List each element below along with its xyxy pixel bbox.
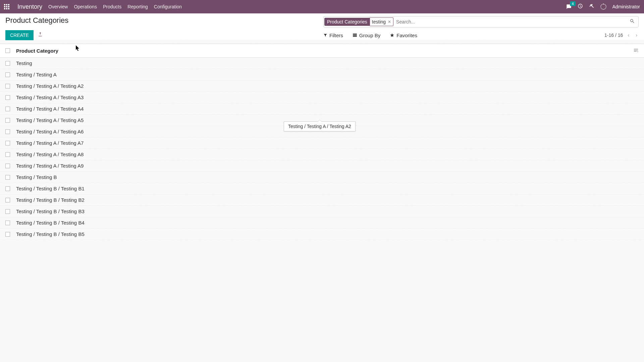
tooltip-text: Testing / Testing A / Testing A2 (288, 124, 351, 129)
list-settings-icon[interactable] (633, 47, 639, 54)
table-row[interactable]: Testing / Testing A / Testing A4 (0, 103, 644, 115)
table-row[interactable]: Testing / Testing B / Testing B4 (0, 217, 644, 229)
table-row[interactable]: Testing / Testing B (0, 172, 644, 183)
table-row[interactable]: Testing (0, 58, 644, 69)
row-checkbox[interactable] (5, 198, 10, 202)
row-label: Testing / Testing B / Testing B2 (16, 197, 85, 203)
filters-button[interactable]: Filters (323, 32, 343, 38)
row-label: Testing / Testing A (16, 72, 57, 77)
row-label: Testing / Testing A / Testing A7 (16, 140, 84, 146)
table-row[interactable]: Testing / Testing A / Testing A2 (0, 80, 644, 92)
pager-next-icon[interactable]: › (634, 32, 639, 38)
row-checkbox[interactable] (5, 118, 10, 123)
list-body: TestingTesting / Testing ATesting / Test… (0, 58, 644, 240)
table-row[interactable]: Testing / Testing B / Testing B3 (0, 206, 644, 217)
row-checkbox[interactable] (5, 107, 10, 111)
tooltip: Testing / Testing A / Testing A2 (284, 121, 356, 131)
search-input[interactable] (393, 18, 626, 26)
filters-label: Filters (329, 33, 343, 38)
nav-overview[interactable]: Overview (48, 4, 68, 9)
cp-top: Product Categories Product Categories te… (5, 16, 639, 27)
favorites-label: Favorites (396, 33, 417, 38)
navbar-right: 4 Administrator (566, 3, 640, 10)
brand[interactable]: Inventory (17, 3, 42, 10)
row-label: Testing / Testing A / Testing A6 (16, 129, 84, 134)
favorites-button[interactable]: Favorites (390, 32, 417, 38)
row-checkbox[interactable] (5, 232, 10, 237)
row-checkbox[interactable] (5, 95, 10, 100)
table-row[interactable]: Testing / Testing A / Testing A7 (0, 137, 644, 149)
row-checkbox[interactable] (5, 141, 10, 145)
message-badge: 4 (570, 1, 575, 6)
table-row[interactable]: Testing / Testing A (0, 69, 644, 80)
pager: 1-16 / 16 ‹ › (604, 32, 639, 38)
search-value-text: testing (372, 19, 386, 24)
table-row[interactable]: Testing / Testing A / Testing A8 (0, 149, 644, 160)
groupby-button[interactable]: Group By (353, 32, 380, 38)
table-row[interactable]: Testing / Testing B / Testing B1 (0, 183, 644, 194)
create-button[interactable]: CREATE (5, 30, 34, 40)
cp-bottom: CREATE Filters Group By Favorites 1-16 /… (5, 30, 639, 44)
row-label: Testing / Testing B / Testing B4 (16, 220, 85, 226)
row-label: Testing / Testing A / Testing A2 (16, 83, 84, 89)
pager-prev-icon[interactable]: ‹ (626, 32, 631, 38)
nav-configuration[interactable]: Configuration (154, 4, 182, 9)
row-label: Testing / Testing A / Testing A9 (16, 163, 84, 169)
row-label: Testing / Testing A / Testing A4 (16, 106, 84, 112)
search-icon[interactable] (626, 18, 638, 25)
table-row[interactable]: Testing / Testing B / Testing B2 (0, 194, 644, 206)
row-label: Testing (16, 60, 32, 66)
messaging-icon[interactable]: 4 (566, 4, 572, 9)
user-menu[interactable]: Administrator (612, 4, 640, 9)
search-value-tag: testing ✕ (370, 17, 393, 26)
navbar: Inventory Overview Operations Products R… (0, 0, 644, 13)
search-clear-icon[interactable]: ✕ (388, 19, 391, 24)
navbar-left: Inventory Overview Operations Products R… (4, 3, 182, 10)
row-label: Testing / Testing B / Testing B3 (16, 208, 85, 214)
row-label: Testing / Testing A / Testing A5 (16, 117, 84, 123)
nav-reporting[interactable]: Reporting (127, 4, 148, 9)
loading-icon (600, 4, 606, 10)
row-checkbox[interactable] (5, 152, 10, 157)
row-checkbox[interactable] (5, 186, 10, 191)
row-checkbox[interactable] (5, 175, 10, 180)
table-row[interactable]: Testing / Testing A / Testing A3 (0, 92, 644, 103)
row-label: Testing / Testing A / Testing A8 (16, 152, 84, 157)
table-row[interactable]: Testing / Testing B / Testing B5 (0, 229, 644, 240)
pager-text: 1-16 / 16 (604, 33, 623, 38)
search-facet[interactable]: Product Categories (324, 18, 370, 26)
control-panel: Product Categories Product Categories te… (0, 13, 644, 44)
import-icon[interactable] (38, 32, 43, 39)
apps-icon[interactable] (4, 4, 9, 9)
table-row[interactable]: Testing / Testing A / Testing A9 (0, 160, 644, 172)
toolbar-filters: Filters Group By Favorites 1-16 / 16 ‹ › (323, 32, 639, 38)
row-checkbox[interactable] (5, 209, 10, 214)
searchbox[interactable]: Product Categories testing ✕ (323, 16, 639, 27)
groupby-label: Group By (359, 33, 380, 38)
nav-operations[interactable]: Operations (74, 4, 97, 9)
row-checkbox[interactable] (5, 61, 10, 66)
page-title: Product Categories (5, 16, 68, 25)
row-label: Testing / Testing B / Testing B1 (16, 186, 85, 191)
row-label: Testing / Testing B (16, 174, 57, 180)
row-checkbox[interactable] (5, 72, 10, 77)
row-label: Testing / Testing A / Testing A3 (16, 95, 84, 100)
column-header[interactable]: Product Category (16, 48, 58, 54)
nav-products[interactable]: Products (103, 4, 121, 9)
row-checkbox[interactable] (5, 84, 10, 88)
tools-icon[interactable] (589, 3, 594, 10)
select-all-checkbox[interactable] (5, 48, 10, 53)
row-checkbox[interactable] (5, 221, 10, 225)
list-header: Product Category (0, 44, 644, 58)
row-checkbox[interactable] (5, 129, 10, 134)
row-label: Testing / Testing B / Testing B5 (16, 231, 85, 237)
row-checkbox[interactable] (5, 164, 10, 168)
clock-icon[interactable] (578, 3, 583, 10)
